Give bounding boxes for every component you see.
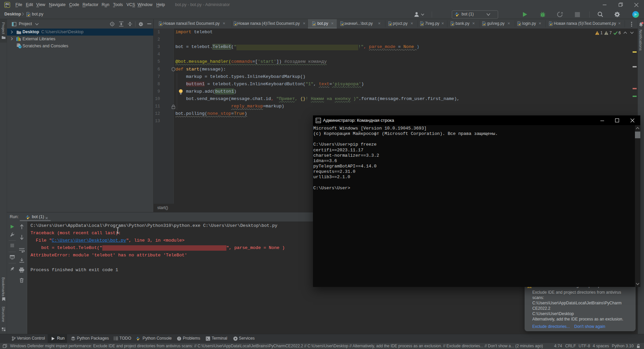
svg-text:C:\: C:\ [316,119,320,121]
